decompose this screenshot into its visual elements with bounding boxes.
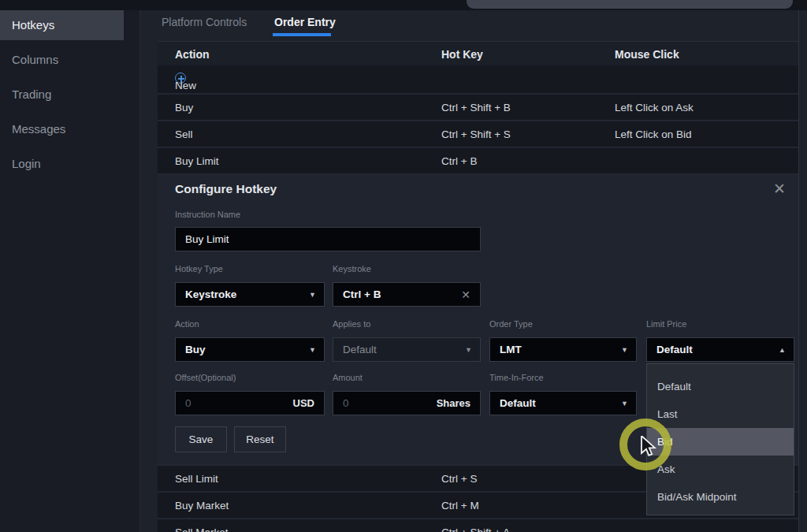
new-custom-hotkey-row[interactable]: New Custom Hotkey <box>158 65 798 93</box>
caret-down-icon: ▼ <box>465 346 472 354</box>
sidebar-item-trading[interactable]: Trading <box>0 80 139 110</box>
clear-icon[interactable]: ✕ <box>461 288 470 301</box>
menu-item-bid[interactable]: Bid <box>647 428 794 456</box>
menu-item-ask[interactable]: Ask <box>647 456 794 483</box>
sidebar: Hotkeys Columns Trading Messages Login <box>0 10 140 532</box>
sidebar-item-login[interactable]: Login <box>0 149 139 179</box>
applies-to-select[interactable]: Default ▼ <box>333 337 481 362</box>
time-in-force-value: Default <box>500 397 536 409</box>
panel-title: Configure Hotkey <box>175 182 277 196</box>
amount-unit: Shares <box>437 397 470 409</box>
top-bar <box>0 0 807 10</box>
caret-down-icon: ▼ <box>621 346 628 354</box>
menu-item-bid-ask-midpoint[interactable]: Bid/Ask Midpoint <box>647 483 794 511</box>
caret-down-icon: ▼ <box>309 291 316 299</box>
sidebar-item-hotkeys[interactable]: Hotkeys <box>0 10 124 40</box>
action-select[interactable]: Buy ▼ <box>175 337 325 362</box>
cell-hotkey: Ctrl + Shift + B <box>441 102 511 113</box>
offset-input[interactable] <box>185 397 256 409</box>
applies-to-value: Default <box>343 344 377 355</box>
table-row[interactable]: Sell Ctrl + Shift + S Left Click on Bid <box>158 120 798 147</box>
keystroke-value: Ctrl + B <box>343 288 381 300</box>
menu-item-default[interactable]: Default <box>647 373 794 400</box>
instruction-name-input[interactable] <box>175 227 481 251</box>
caret-down-icon: ▼ <box>309 346 316 354</box>
action-value: Buy <box>185 344 206 355</box>
table-row-buy-limit[interactable]: Buy Limit Ctrl + B <box>158 147 798 173</box>
action-label: Action <box>175 319 199 329</box>
instruction-name-label: Instruction Name <box>175 210 240 219</box>
active-tab-underline <box>273 33 331 36</box>
table-row[interactable]: Sell Market Ctrl + Shift + A <box>158 518 798 532</box>
tab-order-entry[interactable]: Order Entry <box>274 16 336 28</box>
cell-hotkey: Ctrl + M <box>441 500 479 512</box>
header-hot-key: Hot Key <box>441 48 483 61</box>
applies-to-label: Applies to <box>333 319 370 329</box>
cell-action: Buy Market <box>175 500 229 512</box>
offset-unit: USD <box>293 397 314 409</box>
amount-field: Shares <box>333 391 481 415</box>
cell-hotkey: Ctrl + B <box>441 155 477 167</box>
limit-price-dropdown-menu: Default Last Bid Ask Bid/Ask Midpoint <box>646 363 794 515</box>
sidebar-item-columns[interactable]: Columns <box>0 45 139 75</box>
limit-price-select[interactable]: Default ▲ <box>646 337 794 362</box>
keystroke-label: Keystroke <box>333 264 371 273</box>
offset-label: Offset(Optional) <box>175 373 236 382</box>
sidebar-item-messages[interactable]: Messages <box>0 114 139 144</box>
time-in-force-select[interactable]: Default ▼ <box>489 391 637 415</box>
cell-action: Sell Market <box>175 526 229 532</box>
order-type-label: Order Type <box>489 319 533 329</box>
time-in-force-label: Time-In-Force <box>489 373 544 382</box>
cell-action: Sell <box>175 128 193 140</box>
scroll-gutter[interactable] <box>798 10 807 532</box>
search-bar[interactable] <box>467 0 793 9</box>
cell-hotkey: Ctrl + Shift + A <box>441 526 510 532</box>
cell-action: Buy <box>175 102 193 113</box>
cell-hotkey: Ctrl + Shift + S <box>441 128 511 140</box>
hotkey-type-label: Hotkey Type <box>175 264 223 273</box>
header-mouse-click: Mouse Click <box>615 48 679 61</box>
hotkey-type-select[interactable]: Keystroke ▼ <box>175 282 325 307</box>
cell-mouse: Left Click on Bid <box>615 128 692 140</box>
order-type-select[interactable]: LMT ▼ <box>489 337 637 362</box>
reset-button[interactable]: Reset <box>234 426 286 452</box>
close-icon[interactable]: ✕ <box>773 180 786 198</box>
amount-label: Amount <box>333 373 363 382</box>
table-row[interactable]: Buy Ctrl + Shift + B Left Click on Ask <box>158 93 798 120</box>
tab-platform-controls[interactable]: Platform Controls <box>162 16 247 28</box>
limit-price-value: Default <box>656 344 693 355</box>
cell-mouse: Left Click on Ask <box>615 102 694 113</box>
caret-up-icon: ▲ <box>779 346 786 354</box>
limit-price-label: Limit Price <box>646 319 686 329</box>
caret-down-icon: ▼ <box>621 400 628 407</box>
header-action: Action <box>175 48 210 61</box>
cell-hotkey: Ctrl + S <box>441 473 477 485</box>
save-button[interactable]: Save <box>175 426 227 452</box>
cell-action: Buy Limit <box>175 155 219 167</box>
cell-action: Sell Limit <box>175 473 218 485</box>
settings-content: Platform Controls Order Entry Action Hot… <box>158 10 798 532</box>
amount-input[interactable] <box>343 397 414 409</box>
keystroke-input[interactable]: Ctrl + B ✕ <box>333 282 481 307</box>
new-custom-hotkey-link[interactable]: New Custom Hotkey <box>175 73 186 84</box>
menu-item-last[interactable]: Last <box>647 400 794 428</box>
hotkey-type-value: Keystroke <box>185 288 236 300</box>
table-header: Action Hot Key Mouse Click <box>158 41 798 65</box>
order-type-value: LMT <box>500 344 522 355</box>
tab-bar: Platform Controls Order Entry <box>158 10 798 41</box>
offset-field: USD <box>175 391 325 415</box>
